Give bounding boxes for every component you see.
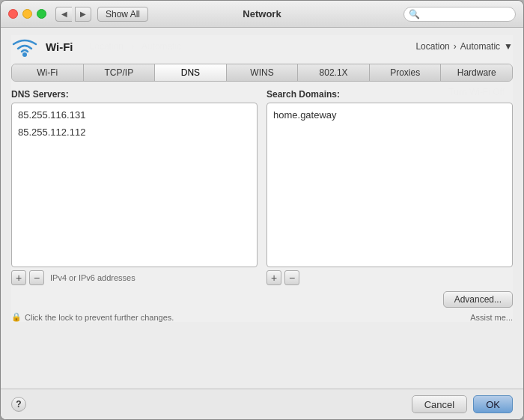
minimize-button[interactable] — [22, 9, 32, 19]
ipv4-ipv6-hint: IPv4 or IPv6 addresses — [50, 273, 135, 282]
dns-servers-column: DNS Servers: 85.255.116.131 85.255.112.1… — [11, 89, 258, 285]
tab-tcpip[interactable]: TCP/IP — [84, 64, 156, 81]
tab-dns[interactable]: DNS — [155, 64, 227, 81]
maximize-button[interactable] — [37, 9, 46, 19]
remove-dns-server-button[interactable]: − — [29, 270, 44, 285]
advanced-row: Advanced... — [11, 291, 513, 308]
cancel-button[interactable]: Cancel — [412, 395, 467, 413]
assist-me-link[interactable]: Assist me... — [470, 313, 513, 322]
search-domains-list[interactable]: home.gateway — [266, 103, 513, 267]
lock-row: 🔒 Click the lock to prevent further chan… — [11, 312, 513, 322]
help-button[interactable]: ? — [11, 397, 26, 412]
dns-servers-controls: + − IPv4 or IPv6 addresses — [11, 270, 258, 285]
panel-title: Wi-Fi — [46, 40, 73, 53]
search-domains-controls: + − — [266, 270, 513, 285]
tab-wins[interactable]: WINS — [227, 64, 299, 81]
wifi-icon — [11, 35, 38, 58]
back-button[interactable]: ◀ — [55, 7, 72, 22]
lock-icon: 🔒 — [11, 312, 22, 322]
dns-server-2[interactable]: 85.255.112.112 — [15, 124, 254, 141]
tab-wifi[interactable]: Wi-Fi — [12, 64, 84, 81]
bottom-bar: ? Cancel OK — [1, 389, 523, 419]
add-dns-server-button[interactable]: + — [11, 270, 26, 285]
close-button[interactable] — [8, 9, 18, 19]
forward-button[interactable]: ▶ — [75, 7, 91, 22]
search-domains-label: Search Domains: — [266, 89, 513, 100]
lock-text: Click the lock to prevent further change… — [25, 313, 174, 322]
nav-buttons: ◀ ▶ — [55, 7, 91, 22]
tab-8021x[interactable]: 802.1X — [298, 64, 370, 81]
window: ◀ ▶ Show All Network 🔍 Wi-Fi Loca — [0, 0, 524, 420]
dns-server-1[interactable]: 85.255.116.131 — [15, 106, 254, 124]
advanced-button[interactable]: Advanced... — [443, 291, 513, 308]
search-domain-1[interactable]: home.gateway — [270, 106, 509, 124]
svg-point-1 — [22, 52, 27, 57]
search-domains-column: Search Domains: home.gateway + − — [266, 89, 513, 285]
remove-search-domain-button[interactable]: − — [284, 270, 299, 285]
tab-hardware[interactable]: Hardware — [441, 64, 512, 81]
dns-servers-label: DNS Servers: — [11, 89, 258, 100]
main-panel: Wi-Fi Location › Automatic ▼ Wi-Fi TCP/I… — [11, 35, 513, 322]
traffic-lights — [8, 9, 46, 19]
content-area: Wi-Fi Location › Automatic ▼ Status: Con… — [1, 28, 523, 389]
tabs-bar: Wi-Fi TCP/IP DNS WINS 802.1X Proxies Har… — [11, 64, 513, 82]
dns-area: DNS Servers: 85.255.116.131 85.255.112.1… — [11, 89, 513, 285]
titlebar: ◀ ▶ Show All Network 🔍 — [1, 1, 523, 28]
panel-header: Wi-Fi Location › Automatic ▼ — [11, 35, 513, 58]
tab-proxies[interactable]: Proxies — [370, 64, 442, 81]
show-all-button[interactable]: Show All — [97, 7, 148, 22]
bottom-actions: Cancel OK — [412, 395, 513, 413]
ok-button[interactable]: OK — [473, 395, 513, 413]
add-search-domain-button[interactable]: + — [266, 270, 281, 285]
dns-servers-list[interactable]: 85.255.116.131 85.255.112.112 — [11, 103, 258, 267]
search-input[interactable] — [403, 7, 516, 22]
window-title: Network — [243, 8, 281, 19]
